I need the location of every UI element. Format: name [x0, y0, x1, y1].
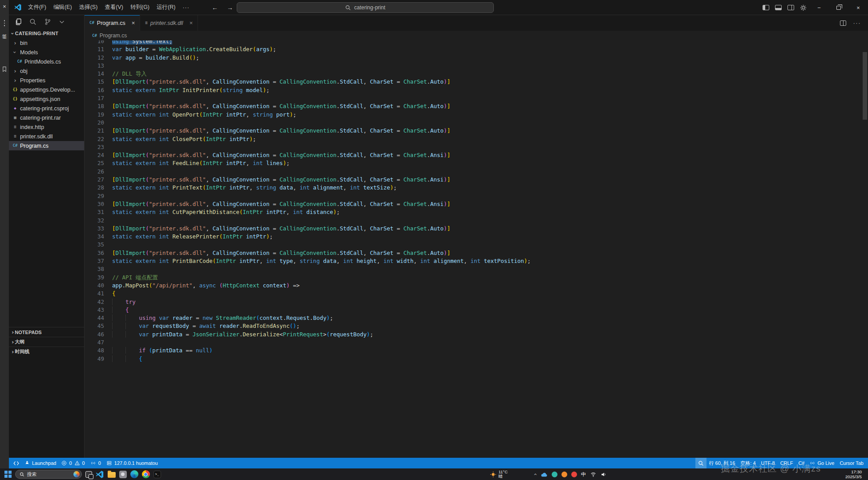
- explorer-section-header[interactable]: › CATERING-PRINT: [9, 28, 84, 38]
- task-view-button[interactable]: [85, 471, 92, 478]
- tree-item-appsettings.Develop...[interactable]: {}appsettings.Develop...: [9, 85, 84, 94]
- line-number: 24: [85, 151, 104, 159]
- tab-label: printer.sdk.dll: [150, 20, 183, 26]
- cloud-icon[interactable]: [541, 472, 548, 477]
- menu-edit[interactable]: 编辑(E): [50, 4, 76, 11]
- window-close-button[interactable]: ×: [848, 0, 868, 15]
- taskbar-edge[interactable]: [130, 470, 138, 478]
- taskbar-search[interactable]: 搜索: [15, 470, 82, 479]
- more-actions-icon[interactable]: ···: [853, 20, 861, 26]
- menu-selection[interactable]: 选择(S): [76, 4, 101, 11]
- code-line-30: 30[DllImport("printer.sdk.dll", CallingC…: [85, 200, 868, 208]
- tree-item-Models[interactable]: ›Models: [9, 48, 84, 57]
- line-number: 26: [85, 168, 104, 176]
- close-icon[interactable]: ×: [3, 4, 6, 9]
- menu-view[interactable]: 查看(V): [101, 4, 127, 11]
- cursor-tab-button[interactable]: Cursor Tab: [837, 458, 866, 468]
- code-line-42: 42 try: [85, 298, 868, 306]
- server-button[interactable]: 127.0.0.1 huomatou: [104, 458, 161, 468]
- tree-item-bin[interactable]: ›bin: [9, 38, 84, 48]
- speaker-icon[interactable]: [601, 472, 607, 477]
- restore-button[interactable]: [829, 0, 848, 15]
- zoom-indicator[interactable]: [695, 458, 707, 468]
- kebab-menu-icon[interactable]: [4, 20, 5, 26]
- breadcrumb[interactable]: C# Program.cs: [85, 31, 868, 40]
- code-line-23: 23: [85, 143, 868, 151]
- customize-layout-button[interactable]: [797, 0, 809, 15]
- server-label: 127.0.0.1 huomatou: [114, 460, 158, 466]
- wifi-icon[interactable]: [590, 472, 597, 477]
- code-line-26: 26: [85, 168, 868, 176]
- broadcast-icon: [90, 460, 96, 466]
- back-icon[interactable]: ←: [212, 4, 218, 11]
- split-editor-icon[interactable]: [840, 20, 846, 26]
- sidebar-section-时间线[interactable]: ›时间线: [9, 347, 84, 356]
- taskbar-terminal[interactable]: >_: [153, 471, 161, 478]
- tab-label: Program.cs: [97, 20, 125, 26]
- tree-item-Program.cs[interactable]: C#Program.cs: [9, 141, 84, 150]
- tree-item-index.http[interactable]: ≡index.http: [9, 122, 84, 132]
- tree-item-Properties[interactable]: ›Properties: [9, 76, 84, 85]
- sidebar-section-NOTEPADS[interactable]: ›NOTEPADS: [9, 327, 84, 337]
- taskbar-clock[interactable]: 17:30 2025/3/5: [845, 469, 862, 479]
- taskbar-chrome[interactable]: [142, 470, 150, 478]
- forward-icon[interactable]: →: [227, 4, 233, 11]
- code-editor[interactable]: 10using System.Text;11var builder = WebA…: [85, 40, 868, 458]
- ime-indicator[interactable]: 中: [581, 471, 586, 478]
- minimize-button[interactable]: −: [809, 0, 829, 15]
- rocket-icon: [24, 460, 30, 466]
- menu-more-icon[interactable]: ···: [179, 4, 193, 11]
- scrollbar-thumb[interactable]: [863, 52, 867, 120]
- close-icon[interactable]: ×: [190, 20, 193, 26]
- explorer-icon[interactable]: [15, 18, 22, 25]
- code-line-46: 46 var printData = JsonSerializer.Deseri…: [85, 331, 868, 339]
- code-line-33: 33[DllImport("printer.sdk.dll", CallingC…: [85, 225, 868, 233]
- activity-icon-row: [9, 15, 84, 28]
- tray-app-orange-icon[interactable]: [561, 472, 567, 477]
- tree-item-PrintModels.cs[interactable]: C#PrintModels.cs: [9, 57, 84, 66]
- editor-scrollbar[interactable]: [862, 40, 868, 458]
- toggle-panel-button[interactable]: [772, 0, 784, 15]
- menu-goto[interactable]: 转到(G): [127, 4, 153, 11]
- toggle-secondary-sidebar-button[interactable]: [784, 0, 797, 15]
- menu-run[interactable]: 运行(R): [153, 4, 179, 11]
- tree-item-catering-print.rar[interactable]: ▦catering-print.rar: [9, 113, 84, 122]
- code-line-27: 27[DllImport("printer.sdk.dll", CallingC…: [85, 176, 868, 184]
- tray-app-teal-icon[interactable]: [552, 472, 557, 477]
- search-icon[interactable]: [29, 18, 36, 25]
- tab-printer.sdk.dll[interactable]: ≡printer.sdk.dll×: [140, 15, 198, 31]
- tree-item-printer.sdk.dll[interactable]: ≡printer.sdk.dll: [9, 132, 84, 141]
- toggle-sidebar-button[interactable]: [759, 0, 772, 15]
- tree-item-obj[interactable]: ›obj: [9, 66, 84, 76]
- code-line-35: 35: [85, 241, 868, 249]
- start-button[interactable]: [4, 471, 12, 478]
- weather-widget[interactable]: 11°C 晴: [490, 470, 508, 479]
- launchpad-button[interactable]: Launchpad: [22, 458, 59, 468]
- file-file-icon: ≡: [14, 134, 16, 138]
- tab-Program.cs[interactable]: C#Program.cs×: [85, 15, 140, 31]
- chevron-down-icon[interactable]: [59, 19, 65, 25]
- taskbar-app-gray[interactable]: [119, 471, 127, 478]
- menu-file[interactable]: 文件(F): [24, 4, 50, 11]
- sidebar-section-大纲[interactable]: ›大纲: [9, 337, 84, 347]
- taskbar-vscode[interactable]: [96, 470, 104, 479]
- search-icon: [20, 472, 24, 477]
- problems-button[interactable]: 0 0: [59, 458, 87, 468]
- tab-bar-tabs: C#Program.cs×≡printer.sdk.dll×: [85, 15, 198, 31]
- source-control-icon[interactable]: [44, 18, 51, 25]
- code-line-49: 49 {: [85, 355, 868, 363]
- ports-button[interactable]: 0: [88, 458, 104, 468]
- tray-expand-icon[interactable]: ›: [532, 473, 538, 476]
- search-icon: [345, 5, 351, 11]
- taskbar-file-explorer[interactable]: [108, 471, 116, 478]
- tree-item-appsettings.json[interactable]: {}appsettings.json: [9, 94, 84, 104]
- tray-app-red-icon[interactable]: [571, 472, 577, 477]
- close-icon[interactable]: ×: [132, 20, 135, 26]
- code-line-32: 32: [85, 217, 868, 225]
- remote-indicator[interactable]: [11, 458, 22, 468]
- tree-item-catering-print.csproj[interactable]: ◆catering-print.csproj: [9, 104, 84, 113]
- tab-bar-actions: ···: [840, 15, 868, 31]
- bookmark-icon[interactable]: [2, 66, 7, 74]
- code-line-38: 38: [85, 265, 868, 273]
- command-center-search[interactable]: catering-print: [237, 2, 494, 13]
